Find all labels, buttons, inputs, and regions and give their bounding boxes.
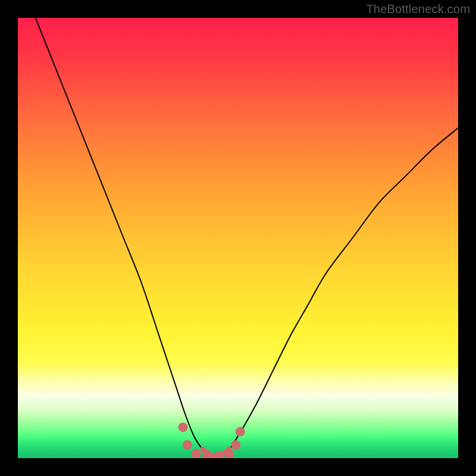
plot-area bbox=[18, 18, 458, 458]
bottom-dot bbox=[178, 422, 188, 432]
bottom-dot bbox=[236, 427, 245, 437]
bottom-dot bbox=[192, 449, 201, 458]
chart-frame: TheBottleneck.com bbox=[0, 0, 476, 476]
bottom-dot bbox=[183, 440, 192, 450]
bottom-dot bbox=[224, 449, 234, 458]
watermark-label: TheBottleneck.com bbox=[366, 2, 470, 16]
curve-layer bbox=[18, 18, 458, 458]
bottom-dot bbox=[231, 440, 240, 450]
bottleneck-curve bbox=[36, 18, 458, 457]
